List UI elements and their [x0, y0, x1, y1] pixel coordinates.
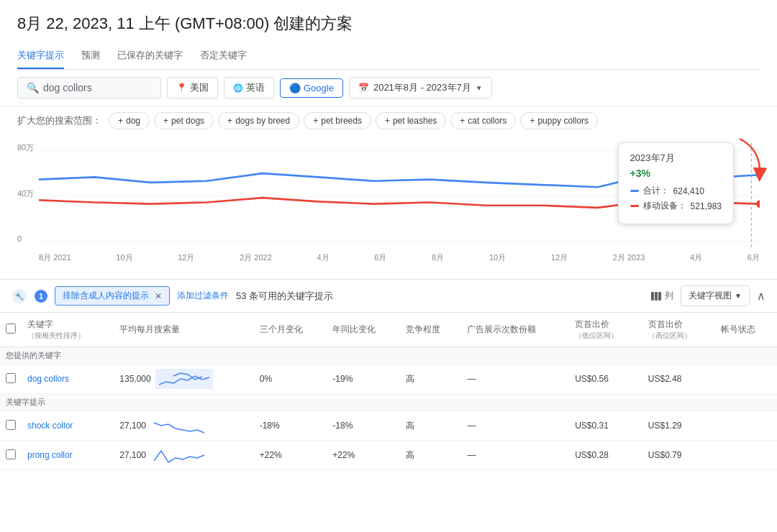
- tab-forecast[interactable]: 预测: [81, 43, 100, 69]
- tooltip-mobile-value: 521,983: [691, 201, 722, 211]
- toolbar-right: 列 关键字视图 ▼ ∧: [650, 285, 765, 306]
- filter-badge: 1: [35, 290, 47, 303]
- x-label-8: 12月: [551, 252, 568, 263]
- total-dot: [630, 190, 639, 192]
- plus-icon-3: +: [313, 116, 318, 126]
- table-row: prong collor 27,100 +22% +22%: [0, 441, 777, 470]
- translate-icon: 🌐: [233, 83, 243, 93]
- row-checkbox-0[interactable]: [6, 373, 16, 383]
- keyword-name-2: prong collor: [27, 450, 73, 460]
- close-icon[interactable]: ✕: [155, 291, 162, 301]
- network-label: Google: [304, 83, 334, 93]
- select-all-checkbox[interactable]: [6, 324, 16, 334]
- sparkline-0: [155, 369, 213, 389]
- monthly-searches-cell-0: 135,000: [114, 364, 253, 394]
- yoy-cell-2: +22%: [327, 441, 400, 470]
- suggestions-row: 扩大您的搜索范围： + dog + pet dogs + dogs by bre…: [0, 106, 777, 135]
- page-title: 8月 22, 2023, 11 上午 (GMT+08:00) 创建的方案: [17, 13, 760, 35]
- row-checkbox-cell-2: [0, 441, 22, 470]
- date-range-label: 2021年8月 - 2023年7月: [373, 81, 471, 94]
- x-label-6: 8月: [432, 252, 444, 263]
- table-row: dog collors 135,000: [0, 364, 777, 394]
- tab-negative-keywords[interactable]: 否定关键字: [200, 43, 247, 69]
- svg-text:🔧: 🔧: [15, 292, 24, 301]
- suggestion-label-5: cat collors: [468, 116, 506, 126]
- filter-options-icon: 🔧: [12, 288, 27, 304]
- row-checkbox-cell-1: [0, 411, 22, 441]
- network-filter[interactable]: 🔵 Google: [280, 78, 343, 98]
- plus-icon-4: +: [385, 116, 390, 126]
- row-checkbox-1[interactable]: [6, 420, 16, 430]
- row-checkbox-cell-0: [0, 364, 22, 394]
- monthly-searches-value-0: 135,000: [119, 374, 150, 384]
- svg-rect-9: [655, 292, 658, 301]
- suggestion-label-1: pet dogs: [171, 116, 204, 126]
- suggestion-chip-3[interactable]: + pet breeds: [304, 112, 371, 129]
- three-month-cell-0: 0%: [254, 364, 327, 394]
- yoy-cell-0: -19%: [327, 364, 400, 394]
- chart-tooltip: 2023年7月 +3% 合计： 624,410 移动设备： 521,983: [618, 142, 734, 224]
- red-arrow-annotation: [732, 135, 768, 188]
- competition-cell-0: 高: [400, 364, 462, 394]
- low-bid-cell-0: US$0.56: [569, 364, 642, 394]
- th-yoy-change: 年同比变化: [327, 313, 400, 347]
- row-checkbox-2[interactable]: [6, 449, 16, 459]
- suggestion-chip-1[interactable]: + pet dogs: [154, 112, 214, 129]
- y-label-0: 80万: [17, 142, 34, 153]
- toolbar: 🔧 1 排除含成人内容的提示 ✕ 添加过滤条件 53 条可用的关键字提示 列: [0, 280, 777, 313]
- suggestion-chip-6[interactable]: + puppy collors: [520, 112, 598, 129]
- suggestion-chip-4[interactable]: + pet leashes: [376, 112, 446, 129]
- suggestion-label-4: pet leashes: [393, 116, 437, 126]
- add-filter-button[interactable]: 添加过滤条件: [177, 290, 229, 302]
- sparkline-2: [150, 445, 208, 465]
- x-label-10: 4月: [690, 252, 702, 263]
- low-bid-cell-2: US$0.28: [569, 441, 642, 470]
- your-keywords-label: 您提供的关键字: [0, 347, 777, 364]
- account-status-cell-1: [715, 411, 777, 441]
- three-month-cell-1: -18%: [254, 411, 327, 441]
- google-icon: 🔵: [289, 83, 301, 93]
- columns-button[interactable]: 列: [650, 290, 673, 302]
- competition-cell-1: 高: [400, 411, 462, 441]
- location-filter[interactable]: 📍 美国: [167, 77, 218, 98]
- x-label-11: 6月: [748, 252, 760, 263]
- columns-label: 列: [665, 290, 673, 302]
- account-status-cell-2: [715, 441, 777, 470]
- tooltip-total-label: 合计：: [643, 185, 669, 197]
- suggestion-chip-5[interactable]: + cat collors: [450, 112, 516, 129]
- plus-icon-5: +: [460, 116, 465, 126]
- language-filter[interactable]: 🌐 英语: [224, 77, 274, 98]
- y-label-2: 0: [17, 234, 34, 243]
- high-bid-cell-2: US$0.79: [642, 441, 716, 470]
- high-bid-cell-1: US$1.29: [642, 411, 716, 441]
- tab-bar: 关键字提示 预测 已保存的关键字 否定关键字: [17, 43, 760, 70]
- keyword-view-label: 关键字视图: [689, 290, 732, 302]
- suggestion-chip-2[interactable]: + dogs by breed: [218, 112, 299, 129]
- plus-icon-2: +: [227, 116, 232, 126]
- tab-saved-keywords[interactable]: 已保存的关键字: [117, 43, 183, 69]
- th-high-bid: 页首出价 （高位区间）: [642, 313, 716, 347]
- collapse-button[interactable]: ∧: [757, 289, 765, 303]
- x-label-5: 6月: [374, 252, 386, 263]
- search-box[interactable]: 🔍 dog collors: [17, 77, 161, 98]
- tab-keyword-suggestions[interactable]: 关键字提示: [17, 43, 64, 69]
- low-bid-cell-1: US$0.31: [569, 411, 642, 441]
- keyword-view-button[interactable]: 关键字视图 ▼: [681, 285, 750, 306]
- suggestion-chip-0[interactable]: + dog: [109, 112, 150, 129]
- ad-impression-cell-2: —: [461, 441, 569, 470]
- date-filter[interactable]: 📅 2021年8月 - 2023年7月 ▼: [349, 77, 492, 98]
- th-three-month-change: 三个月变化: [254, 313, 327, 347]
- language-label: 英语: [246, 81, 265, 94]
- filter-exclude-adult-button[interactable]: 排除含成人内容的提示 ✕: [55, 286, 170, 306]
- plus-icon-1: +: [163, 116, 168, 126]
- x-label-3: 2月 2022: [240, 252, 272, 263]
- tooltip-date: 2023年7月: [630, 152, 722, 165]
- ad-impression-cell-0: —: [461, 364, 569, 394]
- results-count: 53 条可用的关键字提示: [236, 290, 333, 303]
- y-label-1: 40万: [17, 188, 34, 199]
- location-label: 美国: [190, 81, 209, 94]
- chart-y-axis: 80万 40万 0: [17, 142, 34, 243]
- x-label-2: 12月: [178, 252, 194, 263]
- location-icon: 📍: [176, 83, 187, 93]
- x-label-9: 2月 2023: [613, 252, 645, 263]
